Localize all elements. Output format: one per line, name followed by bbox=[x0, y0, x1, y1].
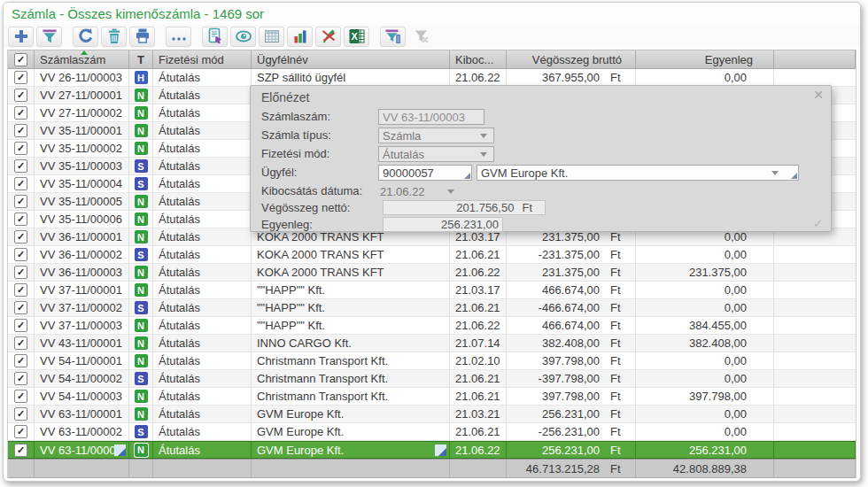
table-row[interactable]: ✓VV 54-11/00001NÁtutalásChristmann Trans… bbox=[8, 352, 856, 370]
row-checkbox[interactable]: ✓ bbox=[14, 177, 27, 190]
row-checkbox[interactable]: ✓ bbox=[14, 336, 27, 350]
delete-button[interactable] bbox=[101, 27, 127, 47]
row-checkbox[interactable]: ✓ bbox=[14, 407, 27, 421]
row-checkbox[interactable]: ✓ bbox=[14, 283, 27, 297]
type-cell: N bbox=[129, 406, 153, 422]
row-checkbox-cell[interactable]: ✓ bbox=[8, 264, 35, 281]
confirm-check-icon[interactable]: ✓ bbox=[813, 217, 823, 230]
payment-method-select[interactable]: Átutalás bbox=[378, 146, 494, 162]
invoice-number-field[interactable]: VV 63-11/00003 bbox=[378, 109, 484, 125]
table-row[interactable]: ✓VV 36-11/00003NÁtutalásKOKA 2000 TRANS … bbox=[8, 264, 856, 282]
table-row[interactable]: ✓VV 54-11/00002SÁtutalásChristmann Trans… bbox=[8, 370, 856, 388]
row-checkbox[interactable]: ✓ bbox=[14, 444, 27, 457]
row-checkbox-cell[interactable]: ✓ bbox=[8, 406, 35, 422]
grid-button[interactable] bbox=[259, 27, 284, 47]
issued-cell: 21.06.21 bbox=[450, 246, 507, 263]
issue-date-select[interactable]: 21.06.22 bbox=[376, 183, 461, 199]
row-checkbox-cell[interactable]: ✓ bbox=[8, 423, 35, 440]
column-header-issued[interactable]: Kiboc... bbox=[450, 50, 507, 68]
row-checkbox-cell[interactable]: ✓ bbox=[8, 193, 35, 210]
row-checkbox-cell[interactable]: ✓ bbox=[8, 246, 35, 263]
column-header-payment[interactable]: Fizetési mód bbox=[153, 50, 252, 68]
row-checkbox[interactable]: ✓ bbox=[14, 248, 27, 261]
row-checkbox[interactable]: ✓ bbox=[14, 354, 27, 367]
table-row[interactable]: ✓VV 63-11/00002SÁtutalásGVM Europe Kft.2… bbox=[8, 423, 856, 441]
row-checkbox[interactable]: ✓ bbox=[14, 71, 27, 84]
row-checkbox-cell[interactable]: ✓ bbox=[8, 442, 35, 458]
filter-button[interactable] bbox=[36, 27, 62, 47]
row-checkbox[interactable]: ✓ bbox=[14, 230, 27, 244]
row-checkbox-cell[interactable]: ✓ bbox=[8, 158, 35, 174]
row-checkbox[interactable]: ✓ bbox=[14, 213, 27, 226]
row-checkbox[interactable]: ✓ bbox=[14, 159, 27, 173]
preview-button[interactable] bbox=[202, 27, 228, 47]
payment-cell: Átutalás bbox=[153, 69, 252, 86]
row-checkbox[interactable]: ✓ bbox=[14, 142, 27, 155]
table-row[interactable]: ✓VV 26-11/00003HÁtutalásSZP sállitó ügyf… bbox=[8, 69, 856, 87]
row-checkbox[interactable]: ✓ bbox=[14, 372, 27, 385]
column-header-type[interactable]: T bbox=[129, 50, 153, 68]
customer-name-select[interactable]: GVM Europe Kft. bbox=[477, 165, 799, 181]
row-checkbox-cell[interactable]: ✓ bbox=[8, 370, 35, 387]
row-checkbox-cell[interactable]: ✓ bbox=[8, 87, 35, 104]
table-row[interactable]: ✓VV 37-11/00002SÁtutalás""HAPP"" Kft.21.… bbox=[8, 299, 856, 317]
close-icon[interactable]: ✕ bbox=[813, 88, 824, 102]
column-header-gross[interactable]: Végösszeg bruttó bbox=[507, 50, 636, 68]
invoice-number-cell: VV 54-11/00002 bbox=[35, 370, 129, 387]
row-checkbox-cell[interactable]: ✓ bbox=[8, 175, 35, 192]
row-checkbox[interactable]: ✓ bbox=[14, 301, 27, 314]
row-checkbox-cell[interactable]: ✓ bbox=[8, 335, 35, 352]
table-row[interactable]: ✓VV 37-11/00001NÁtutalás""HAPP"" Kft.21.… bbox=[8, 282, 856, 299]
customer-code-field[interactable]: 90000057 bbox=[378, 165, 472, 181]
table-row[interactable]: ✓VV 63-11/00003NÁtutalásGVM Europe Kft.2… bbox=[8, 441, 856, 459]
table-row[interactable]: ✓VV 37-11/00003NÁtutalás""HAPP"" Kft.21.… bbox=[8, 317, 856, 335]
chevron-down-icon bbox=[480, 134, 487, 138]
row-checkbox-cell[interactable]: ✓ bbox=[8, 140, 35, 157]
row-checkbox[interactable]: ✓ bbox=[14, 89, 27, 102]
type-badge: S bbox=[135, 301, 148, 314]
excel-export-button[interactable]: X bbox=[344, 27, 369, 47]
row-checkbox[interactable]: ✓ bbox=[14, 319, 27, 332]
row-checkbox-cell[interactable]: ✓ bbox=[8, 122, 35, 139]
row-checkbox[interactable]: ✓ bbox=[14, 195, 27, 208]
filter-apply-button[interactable] bbox=[380, 27, 406, 47]
table-row[interactable]: ✓VV 36-11/00002SÁtutalásKOKA 2000 TRANS … bbox=[8, 246, 856, 264]
column-header-invoice[interactable]: Számlaszám bbox=[35, 50, 129, 68]
table-row[interactable]: ✓VV 54-11/00003NÁtutalásChristmann Trans… bbox=[8, 388, 856, 406]
payment-cell: Átutalás bbox=[153, 352, 252, 369]
column-header-customer[interactable]: Ügyfélnév bbox=[252, 50, 450, 68]
row-checkbox-cell[interactable]: ✓ bbox=[8, 317, 35, 334]
gross-cell: 367.955,00Ft bbox=[507, 69, 636, 86]
refresh-button[interactable] bbox=[73, 27, 98, 47]
view-button[interactable] bbox=[230, 27, 256, 47]
row-checkbox-cell[interactable]: ✓ bbox=[8, 388, 35, 405]
issued-cell: 21.06.21 bbox=[450, 370, 507, 387]
chart-button[interactable] bbox=[287, 27, 313, 47]
more-button[interactable] bbox=[166, 27, 191, 47]
select-all-checkbox[interactable]: ✓ bbox=[14, 53, 27, 66]
detach-button[interactable] bbox=[315, 27, 341, 47]
column-header-balance[interactable]: Egyenleg bbox=[636, 50, 774, 68]
invoice-type-select[interactable]: Számla bbox=[378, 128, 494, 143]
row-checkbox-cell[interactable]: ✓ bbox=[8, 228, 35, 245]
invoice-number-cell: VV 27-11/00001 bbox=[35, 87, 129, 104]
row-checkbox-cell[interactable]: ✓ bbox=[8, 104, 35, 121]
row-checkbox[interactable]: ✓ bbox=[14, 390, 27, 403]
row-checkbox[interactable]: ✓ bbox=[14, 124, 27, 137]
type-badge: S bbox=[135, 159, 148, 173]
row-checkbox-cell[interactable]: ✓ bbox=[8, 211, 35, 228]
type-cell: S bbox=[129, 175, 153, 192]
select-all-cell[interactable]: ✓ bbox=[8, 50, 35, 68]
row-checkbox-cell[interactable]: ✓ bbox=[8, 299, 35, 316]
table-row[interactable]: ✓VV 43-11/00001NÁtutalásINNO CARGO Kft.2… bbox=[8, 335, 856, 352]
issued-cell: 21.02.10 bbox=[450, 352, 507, 369]
row-checkbox[interactable]: ✓ bbox=[14, 106, 27, 120]
row-checkbox-cell[interactable]: ✓ bbox=[8, 352, 35, 369]
row-checkbox-cell[interactable]: ✓ bbox=[8, 282, 35, 298]
print-button[interactable] bbox=[129, 27, 155, 47]
table-row[interactable]: ✓VV 63-11/00001NÁtutalásGVM Europe Kft.2… bbox=[8, 406, 856, 423]
row-checkbox[interactable]: ✓ bbox=[14, 266, 27, 279]
row-checkbox-cell[interactable]: ✓ bbox=[8, 69, 35, 86]
add-button[interactable] bbox=[8, 27, 34, 47]
row-checkbox[interactable]: ✓ bbox=[14, 425, 27, 438]
